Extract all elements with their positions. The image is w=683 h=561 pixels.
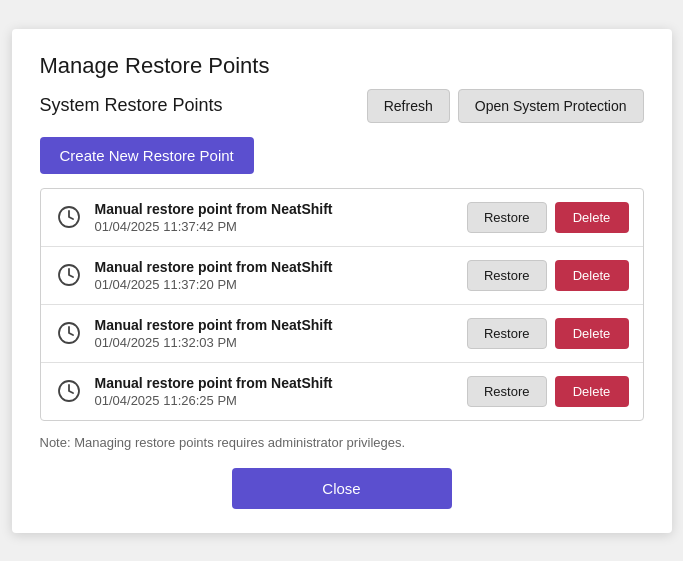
clock-icon: [55, 377, 83, 405]
restore-button[interactable]: Restore: [467, 202, 547, 233]
item-buttons: RestoreDelete: [467, 202, 629, 233]
restore-points-list: Manual restore point from NeatShift01/04…: [40, 188, 644, 421]
restore-item: Manual restore point from NeatShift01/04…: [41, 189, 643, 247]
restore-button[interactable]: Restore: [467, 260, 547, 291]
close-button[interactable]: Close: [232, 468, 452, 509]
restore-item: Manual restore point from NeatShift01/04…: [41, 305, 643, 363]
restore-button[interactable]: Restore: [467, 318, 547, 349]
restore-date: 01/04/2025 11:26:25 PM: [95, 393, 455, 408]
restore-info: Manual restore point from NeatShift01/04…: [95, 317, 455, 350]
create-restore-point-button[interactable]: Create New Restore Point: [40, 137, 254, 174]
restore-info: Manual restore point from NeatShift01/04…: [95, 201, 455, 234]
refresh-button[interactable]: Refresh: [367, 89, 450, 123]
restore-date: 01/04/2025 11:37:42 PM: [95, 219, 455, 234]
restore-name: Manual restore point from NeatShift: [95, 259, 455, 275]
restore-info: Manual restore point from NeatShift01/04…: [95, 375, 455, 408]
open-system-protection-button[interactable]: Open System Protection: [458, 89, 644, 123]
clock-icon: [55, 319, 83, 347]
dialog-title: Manage Restore Points: [40, 53, 644, 79]
item-buttons: RestoreDelete: [467, 260, 629, 291]
restore-info: Manual restore point from NeatShift01/04…: [95, 259, 455, 292]
delete-button[interactable]: Delete: [555, 202, 629, 233]
manage-restore-points-dialog: Manage Restore Points System Restore Poi…: [12, 29, 672, 533]
restore-name: Manual restore point from NeatShift: [95, 201, 455, 217]
restore-name: Manual restore point from NeatShift: [95, 375, 455, 391]
clock-icon: [55, 203, 83, 231]
header-buttons: Refresh Open System Protection: [367, 89, 644, 123]
note-text: Note: Managing restore points requires a…: [40, 435, 644, 450]
delete-button[interactable]: Delete: [555, 376, 629, 407]
clock-icon: [55, 261, 83, 289]
subtitle: System Restore Points: [40, 95, 223, 116]
restore-item: Manual restore point from NeatShift01/04…: [41, 363, 643, 420]
footer: Close: [40, 468, 644, 509]
restore-date: 01/04/2025 11:37:20 PM: [95, 277, 455, 292]
header-row: System Restore Points Refresh Open Syste…: [40, 89, 644, 123]
delete-button[interactable]: Delete: [555, 260, 629, 291]
item-buttons: RestoreDelete: [467, 376, 629, 407]
restore-name: Manual restore point from NeatShift: [95, 317, 455, 333]
restore-date: 01/04/2025 11:32:03 PM: [95, 335, 455, 350]
restore-button[interactable]: Restore: [467, 376, 547, 407]
restore-item: Manual restore point from NeatShift01/04…: [41, 247, 643, 305]
item-buttons: RestoreDelete: [467, 318, 629, 349]
delete-button[interactable]: Delete: [555, 318, 629, 349]
